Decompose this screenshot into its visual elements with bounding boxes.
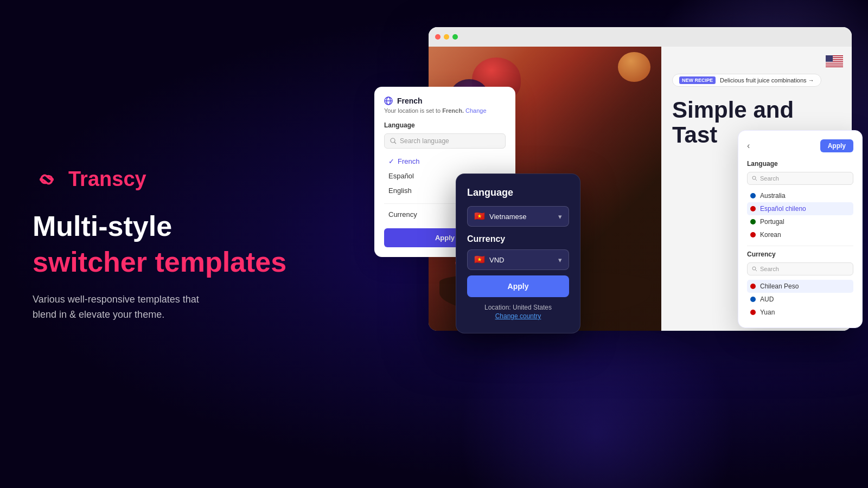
browser-header [429, 27, 852, 47]
svg-rect-10 [826, 55, 833, 62]
language-search[interactable]: Search language [384, 133, 506, 149]
svg-point-14 [391, 138, 395, 143]
lang-option-espanol-chileno[interactable]: Español chileno [747, 202, 853, 215]
left-panel: Transcy Multi-style switcher templates V… [33, 0, 336, 488]
lang-option-australia[interactable]: Australia [747, 189, 853, 202]
change-link[interactable]: Change [465, 107, 487, 114]
svg-point-16 [752, 176, 756, 179]
modal-right-panel: ‹ Apply Language Search Australia Españo… [738, 130, 863, 328]
svg-rect-8 [826, 63, 843, 65]
browser-dot-yellow [444, 34, 449, 40]
svg-point-1 [40, 178, 43, 181]
currency-value-viet: VND [489, 256, 504, 264]
language-section-label: Language [384, 121, 506, 129]
svg-point-0 [33, 165, 61, 194]
language-value-viet: Vietnamese [489, 213, 526, 221]
right-panel: NEW RECIPE Delicious fruit juice combina… [336, 0, 868, 488]
divider [747, 246, 853, 246]
globe-icon [384, 97, 393, 105]
browser-dot-green [452, 34, 458, 40]
badge-new-label: NEW RECIPE [679, 76, 716, 84]
location-text: Your location is set to French. Change [384, 107, 506, 114]
lang-option-korean[interactable]: Korean [747, 228, 853, 241]
logo-area: Transcy [33, 165, 336, 194]
us-flag [826, 55, 843, 69]
currency-option-yuan[interactable]: Yuan [747, 306, 853, 319]
search-icon-panel [752, 176, 757, 181]
svg-line-15 [394, 142, 396, 144]
yuan-flag-dot [750, 310, 756, 315]
currency-title-viet: Currency [467, 234, 569, 244]
modal-french-title: French [397, 97, 423, 105]
headline-line2: switcher templates [33, 246, 336, 279]
svg-rect-7 [826, 62, 843, 63]
change-country-link[interactable]: Change country [467, 312, 569, 320]
espanol-flag-dot [750, 206, 756, 211]
svg-line-19 [756, 270, 757, 272]
currency-search-panel[interactable]: Search [747, 262, 853, 275]
headline-line1: Multi-style [33, 211, 336, 242]
currency-label: Currency [388, 210, 417, 219]
location-label-viet: Location: United States [467, 304, 569, 311]
banner-badge: NEW RECIPE Delicious fruit juice combina… [672, 74, 821, 87]
viet-flag: 🇻🇳 [474, 212, 485, 221]
australia-flag-dot [750, 193, 756, 198]
svg-point-18 [752, 267, 756, 270]
portugal-flag-dot [750, 219, 756, 224]
apply-button-panel[interactable]: Apply [820, 139, 853, 152]
search-icon [390, 138, 397, 144]
transcy-logo-icon [33, 165, 61, 194]
svg-rect-9 [826, 66, 843, 67]
language-title-viet: Language [467, 187, 569, 198]
browser-dot-red [435, 34, 441, 40]
apply-button-viet[interactable]: Apply [467, 275, 569, 297]
korean-flag-dot [750, 232, 756, 237]
vnd-flag: 🇻🇳 [474, 255, 485, 264]
chevron-icon-currency: ▾ [558, 256, 562, 264]
chilean-flag-dot [750, 284, 756, 289]
svg-line-17 [756, 179, 757, 181]
modal-right-header: ‹ Apply [747, 139, 853, 152]
logo-text: Transcy [68, 168, 146, 191]
chevron-icon-lang: ▾ [558, 213, 562, 221]
currency-search-icon [752, 266, 757, 272]
currency-dropdown-viet[interactable]: 🇻🇳 VND ▾ [467, 249, 569, 270]
lang-item-french[interactable]: ✓ French [384, 154, 506, 169]
lang-option-portugal[interactable]: Portugal [747, 215, 853, 228]
language-section-title-panel: Language [747, 160, 853, 168]
currency-section-title-panel: Currency [747, 251, 853, 258]
modal-vietnamese: Language 🇻🇳 Vietnamese ▾ Currency 🇻🇳 VND… [456, 174, 580, 333]
currency-option-chilean-peso[interactable]: Chilean Peso [747, 280, 853, 293]
currency-option-aud[interactable]: AUD [747, 293, 853, 306]
subtext: Various well-responsive templates thatbl… [33, 292, 288, 323]
svg-point-2 [50, 178, 54, 181]
banner-text: Delicious fruit juice combinations → [720, 77, 814, 84]
language-search-panel[interactable]: Search [747, 172, 853, 185]
modal-french-header: French [384, 97, 506, 105]
language-dropdown-viet[interactable]: 🇻🇳 Vietnamese ▾ [467, 206, 569, 227]
aud-flag-dot [750, 297, 756, 302]
back-arrow-icon[interactable]: ‹ [747, 141, 750, 151]
